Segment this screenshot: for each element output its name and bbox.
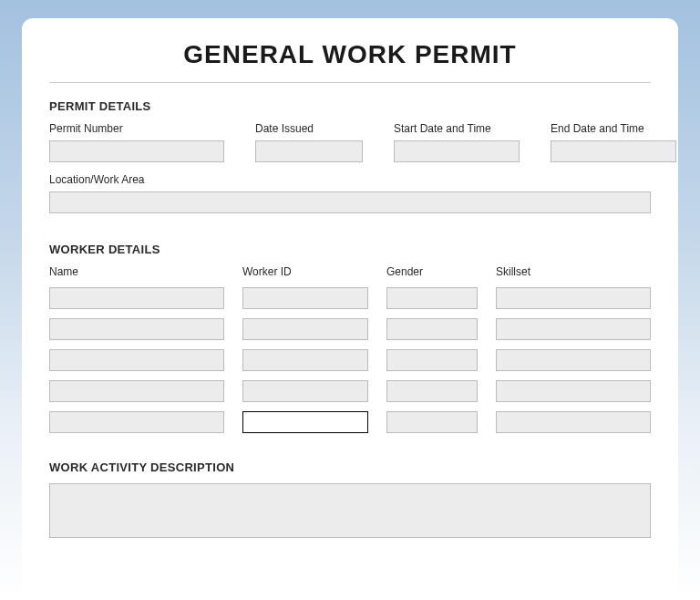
input-worker-gender[interactable] [386, 287, 478, 309]
title-divider [49, 82, 651, 83]
worker-row [49, 349, 651, 371]
input-worker-name[interactable] [49, 411, 224, 433]
permit-row-1: Permit Number Date Issued Start Date and… [49, 122, 651, 162]
field-permit-number: Permit Number [49, 122, 224, 162]
page-title: GENERAL WORK PERMIT [49, 40, 651, 69]
input-worker-name[interactable] [49, 318, 224, 340]
col-label-name: Name [49, 265, 224, 278]
input-worker-gender[interactable] [386, 380, 478, 402]
input-worker-name[interactable] [49, 380, 224, 402]
input-permit-number[interactable] [49, 140, 224, 162]
label-permit-number: Permit Number [49, 122, 224, 135]
worker-row [49, 411, 651, 433]
input-worker-name[interactable] [49, 287, 224, 309]
input-worker-id[interactable] [242, 411, 368, 433]
input-worker-gender[interactable] [386, 349, 478, 371]
input-worker-skill[interactable] [496, 411, 651, 433]
worker-columns-header: Name Worker ID Gender Skillset [49, 265, 651, 278]
worker-row [49, 318, 651, 340]
input-location[interactable] [49, 191, 651, 213]
input-worker-gender[interactable] [386, 411, 478, 433]
label-location: Location/Work Area [49, 173, 651, 186]
input-activity-description[interactable] [49, 483, 651, 538]
field-start-datetime: Start Date and Time [394, 122, 520, 162]
col-label-skill: Skillset [496, 265, 651, 278]
input-worker-skill[interactable] [496, 380, 651, 402]
input-worker-id[interactable] [242, 287, 368, 309]
col-label-gender: Gender [386, 265, 478, 278]
permit-form-sheet: GENERAL WORK PERMIT PERMIT DETAILS Permi… [22, 18, 678, 600]
input-worker-id[interactable] [242, 380, 368, 402]
input-worker-id[interactable] [242, 349, 368, 371]
input-worker-skill[interactable] [496, 287, 651, 309]
label-end-datetime: End Date and Time [551, 122, 676, 135]
input-worker-skill[interactable] [496, 349, 651, 371]
label-date-issued: Date Issued [255, 122, 363, 135]
worker-row [49, 380, 651, 402]
input-worker-name[interactable] [49, 349, 224, 371]
field-end-datetime: End Date and Time [551, 122, 676, 162]
input-date-issued[interactable] [255, 140, 363, 162]
section-header-activity: WORK ACTIVITY DESCRIPTION [49, 460, 651, 474]
field-date-issued: Date Issued [255, 122, 363, 162]
section-header-permit: PERMIT DETAILS [49, 99, 651, 113]
permit-row-2: Location/Work Area [49, 173, 651, 213]
section-header-workers: WORKER DETAILS [49, 243, 651, 256]
input-start-datetime[interactable] [394, 140, 520, 162]
input-worker-skill[interactable] [496, 318, 651, 340]
label-start-datetime: Start Date and Time [394, 122, 520, 135]
worker-row [49, 287, 651, 309]
input-worker-gender[interactable] [386, 318, 478, 340]
field-location: Location/Work Area [49, 173, 651, 213]
col-label-id: Worker ID [242, 265, 368, 278]
input-end-datetime[interactable] [551, 140, 676, 162]
input-worker-id[interactable] [242, 318, 368, 340]
